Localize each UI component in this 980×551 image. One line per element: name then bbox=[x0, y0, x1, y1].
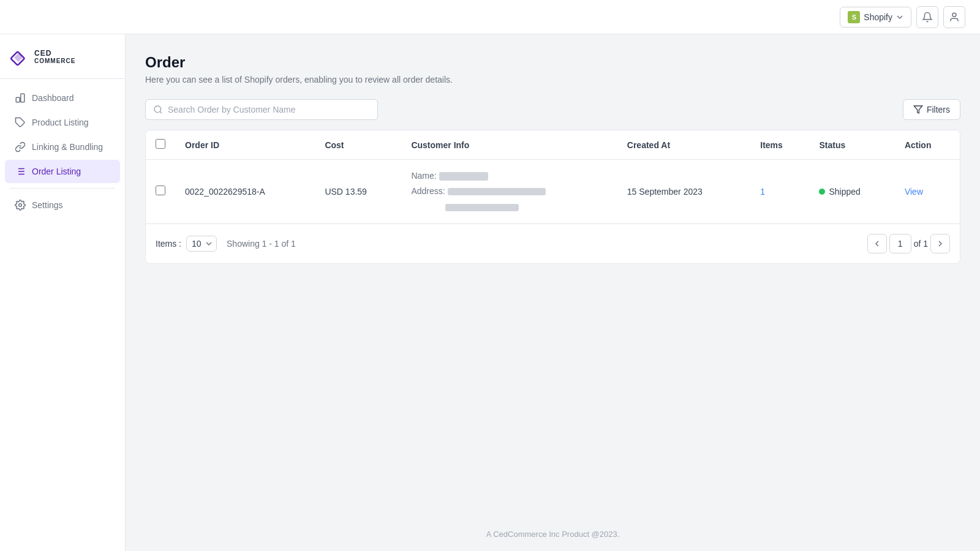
sidebar-item-dashboard[interactable]: Dashboard bbox=[5, 86, 120, 110]
account-button[interactable] bbox=[943, 6, 965, 28]
sidebar-item-order-listing-label: Order Listing bbox=[32, 167, 81, 176]
view-link[interactable]: View bbox=[905, 187, 923, 197]
user-icon bbox=[949, 12, 960, 23]
customer-name-value bbox=[439, 172, 488, 181]
svg-rect-3 bbox=[16, 97, 20, 102]
row-checkbox-cell bbox=[146, 160, 175, 223]
sidebar-item-product-listing[interactable]: Product Listing bbox=[5, 111, 120, 134]
status-badge: Shipped bbox=[819, 187, 860, 197]
chevron-right-icon bbox=[937, 240, 944, 247]
table-header-row: Order ID Cost Customer Info Created At I… bbox=[146, 130, 960, 160]
sidebar-nav: Dashboard Product Listing Linking & Bund… bbox=[0, 86, 125, 217]
header-customer-info: Customer Info bbox=[401, 130, 617, 160]
svg-point-13 bbox=[154, 106, 161, 113]
status-dot-shipped bbox=[819, 189, 825, 195]
header-items: Items bbox=[750, 130, 809, 160]
next-page-button[interactable] bbox=[930, 234, 950, 253]
sidebar: CED COMMERCE Dashboard Product Listing L… bbox=[0, 34, 126, 551]
footer: A CedCommerce Inc Product @2023. bbox=[126, 517, 980, 551]
page-subtitle: Here you can see a list of Shopify order… bbox=[145, 75, 960, 84]
search-icon bbox=[153, 105, 163, 114]
items-link[interactable]: 1 bbox=[760, 187, 765, 197]
list-icon bbox=[15, 166, 26, 177]
status-label: Shipped bbox=[829, 187, 860, 197]
header-status: Status bbox=[809, 130, 894, 160]
sidebar-item-linking-bundling[interactable]: Linking & Bundling bbox=[5, 135, 120, 159]
row-status: Shipped bbox=[809, 160, 894, 223]
nav-divider bbox=[10, 188, 115, 189]
per-page-select[interactable]: 10 25 50 bbox=[186, 236, 217, 252]
svg-point-0 bbox=[952, 13, 956, 17]
customer-address-line1 bbox=[448, 188, 546, 195]
logo-area: CED COMMERCE bbox=[0, 47, 125, 79]
topbar: S Shopify bbox=[0, 0, 980, 34]
items-per-page: Items : 10 25 50 bbox=[156, 236, 217, 252]
layout: CED COMMERCE Dashboard Product Listing L… bbox=[0, 34, 980, 551]
page-number-input[interactable] bbox=[889, 234, 911, 253]
bell-icon bbox=[922, 12, 933, 23]
shopify-label: Shopify bbox=[864, 12, 892, 22]
settings-icon bbox=[15, 200, 26, 211]
header-action: Action bbox=[895, 130, 960, 160]
customer-address-label: Address: bbox=[411, 186, 445, 196]
svg-rect-4 bbox=[21, 94, 24, 102]
home-icon bbox=[15, 92, 26, 103]
row-order-id: 0022_0022629518-A bbox=[175, 160, 315, 223]
row-created-at: 15 September 2023 bbox=[617, 160, 750, 223]
chevron-down-icon bbox=[896, 13, 903, 21]
search-input[interactable] bbox=[168, 105, 370, 114]
sidebar-item-product-listing-label: Product Listing bbox=[32, 118, 89, 127]
sidebar-item-settings[interactable]: Settings bbox=[5, 193, 120, 217]
shopify-button[interactable]: S Shopify bbox=[840, 7, 911, 28]
svg-point-12 bbox=[19, 204, 22, 207]
row-items: 1 bbox=[750, 160, 809, 223]
orders-table: Order ID Cost Customer Info Created At I… bbox=[146, 130, 960, 223]
header-order-id: Order ID bbox=[175, 130, 315, 160]
sidebar-item-dashboard-label: Dashboard bbox=[32, 93, 74, 103]
row-action: View bbox=[895, 160, 960, 223]
notification-button[interactable] bbox=[916, 6, 938, 28]
link-icon bbox=[15, 141, 26, 152]
filters-button[interactable]: Filters bbox=[903, 99, 960, 120]
filters-label: Filters bbox=[927, 105, 950, 114]
pagination-controls: of 1 bbox=[867, 234, 950, 253]
logo-text: CED COMMERCE bbox=[34, 49, 75, 64]
row-checkbox[interactable] bbox=[156, 186, 165, 195]
search-box-container bbox=[145, 99, 378, 120]
table-row: 0022_0022629518-A USD 13.59 Name: Addres… bbox=[146, 160, 960, 223]
tag-icon bbox=[15, 117, 26, 128]
sidebar-item-linking-bundling-label: Linking & Bundling bbox=[32, 142, 103, 152]
orders-table-container: Order ID Cost Customer Info Created At I… bbox=[145, 130, 960, 264]
prev-page-button[interactable] bbox=[867, 234, 887, 253]
showing-text: Showing 1 - 1 of 1 bbox=[227, 239, 296, 249]
select-all-checkbox[interactable] bbox=[156, 139, 165, 149]
sidebar-item-settings-label: Settings bbox=[32, 200, 63, 210]
svg-marker-15 bbox=[914, 106, 922, 113]
topbar-actions bbox=[916, 6, 965, 28]
page-of-text: of 1 bbox=[914, 239, 928, 249]
chevron-left-icon bbox=[873, 240, 881, 247]
filter-icon bbox=[913, 105, 923, 114]
svg-line-14 bbox=[160, 111, 162, 113]
row-customer-info: Name: Address: bbox=[401, 160, 617, 223]
pagination-row: Items : 10 25 50 Showing 1 - 1 of 1 bbox=[146, 223, 960, 263]
shopify-icon: S bbox=[848, 11, 860, 23]
page-title: Order bbox=[145, 54, 960, 71]
footer-text: A CedCommerce Inc Product @2023. bbox=[486, 530, 620, 539]
header-cost: Cost bbox=[315, 130, 401, 160]
sidebar-item-order-listing[interactable]: Order Listing bbox=[5, 160, 120, 183]
header-checkbox-col bbox=[146, 130, 175, 160]
customer-address-line2 bbox=[445, 204, 519, 211]
row-cost: USD 13.59 bbox=[315, 160, 401, 223]
main-content: Order Here you can see a list of Shopify… bbox=[126, 34, 980, 551]
search-filter-row: Filters bbox=[145, 99, 960, 120]
header-created-at: Created At bbox=[617, 130, 750, 160]
logo-icon bbox=[10, 47, 29, 66]
customer-name-label: Name: bbox=[411, 171, 436, 181]
items-label: Items : bbox=[156, 239, 181, 249]
